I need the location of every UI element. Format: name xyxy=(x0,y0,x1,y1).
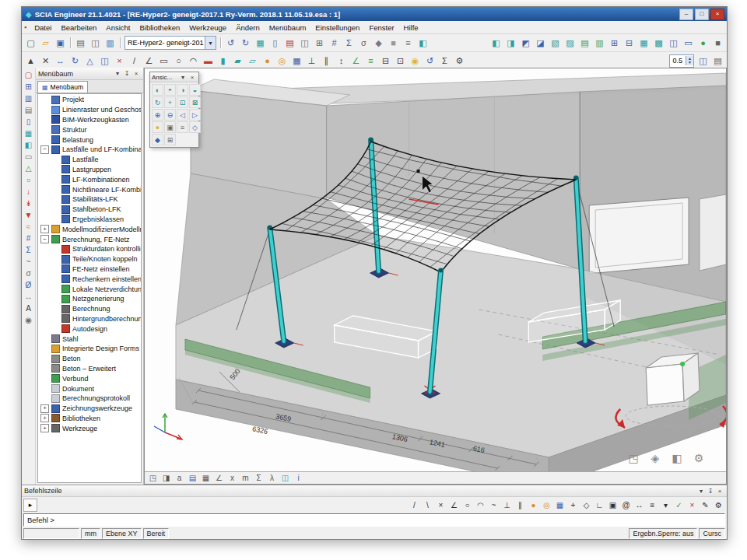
coords-toggle-icon[interactable]: ▣ xyxy=(606,499,619,512)
navigation-settings-icon[interactable]: ⚙ xyxy=(692,451,706,465)
render-mode-icon[interactable]: ◨ xyxy=(160,472,173,485)
absolute-relative-icon[interactable]: @ xyxy=(619,499,633,512)
tree-item[interactable]: ModellmodifiziererModellmodi xyxy=(38,224,141,234)
menu-item[interactable]: Einstellungen xyxy=(310,23,364,32)
tree-expander[interactable] xyxy=(40,235,49,243)
tree-expander[interactable] xyxy=(40,225,49,233)
menu-item[interactable]: Bibliotheken xyxy=(135,23,185,32)
snap-arc-icon[interactable]: ◠ xyxy=(474,499,487,512)
cancel-icon[interactable]: × xyxy=(686,499,699,512)
open-folder-icon[interactable]: ▱ xyxy=(38,36,53,50)
polar-tracking-icon[interactable]: ◇ xyxy=(580,499,593,512)
zoom-all-icon[interactable]: ⊠ xyxy=(189,96,201,108)
node-label-icon[interactable]: ▤ xyxy=(577,36,592,50)
engineering-desk-icon[interactable]: ◧ xyxy=(416,36,430,50)
tree-item[interactable]: Integrierte Design Forms xyxy=(38,344,141,354)
pin-icon[interactable]: ↧ xyxy=(122,69,132,78)
opening-icon[interactable]: ▭ xyxy=(23,151,34,163)
tree-item[interactable]: Dokument xyxy=(38,383,141,394)
snap-line-icon[interactable]: / xyxy=(408,499,421,512)
undo-icon[interactable]: ↺ xyxy=(223,36,238,50)
status-plane[interactable]: Ebene XY xyxy=(102,528,142,539)
cube-corner-handle[interactable] xyxy=(680,362,685,366)
column-icon[interactable]: ▯ xyxy=(23,116,34,128)
tree-item[interactable]: Stahl xyxy=(38,334,141,344)
tree-item[interactable]: Zeichnungswerkzeuge xyxy=(38,404,141,414)
tree-item[interactable]: Beton – Erweitert xyxy=(38,364,141,374)
steel-check-icon[interactable]: ◆ xyxy=(371,36,386,50)
angle-icon[interactable]: ∠ xyxy=(349,54,363,68)
lightbulb-icon[interactable]: ◉ xyxy=(408,54,423,68)
coords-icon[interactable]: x xyxy=(226,472,239,485)
zoom-window-icon[interactable]: ⊡ xyxy=(177,96,188,108)
deformation-icon[interactable]: ~ xyxy=(23,256,34,268)
dot-grid-icon[interactable]: ▦ xyxy=(289,54,304,68)
new-document-icon[interactable]: ▢ xyxy=(23,36,38,50)
tree-item[interactable]: Teile/Knoten koppeln xyxy=(38,254,141,264)
arc-tool-icon[interactable]: ◠ xyxy=(186,54,201,68)
beam-insert-icon[interactable]: ▬ xyxy=(201,54,216,68)
tree-item[interactable]: Lastfälle xyxy=(38,155,141,165)
menu-item[interactable]: Datei xyxy=(30,23,56,32)
tree-expander[interactable] xyxy=(40,414,49,422)
tree-item[interactable]: Linienraster und Geschosse xyxy=(38,105,141,115)
lambda-icon[interactable]: λ xyxy=(265,472,279,485)
dimension-input-icon[interactable]: ≡ xyxy=(646,499,659,512)
palette-menu-icon[interactable]: ▾ xyxy=(178,73,188,82)
snap-node-icon[interactable]: ● xyxy=(527,499,540,512)
close-icon[interactable]: × xyxy=(715,487,724,495)
engineering-report-icon[interactable]: ▤ xyxy=(282,36,297,50)
dimension-tool-icon[interactable]: ↔ xyxy=(23,291,34,303)
panel-menu-icon[interactable]: ▾ xyxy=(113,69,122,78)
tree-item[interactable]: Bibliotheken xyxy=(38,414,141,424)
rotate-entity-icon[interactable]: ↻ xyxy=(68,54,82,68)
tree-item[interactable]: Berechnung, FE-Netz xyxy=(38,234,141,244)
snap-backslash-icon[interactable]: \ xyxy=(421,499,434,512)
scale-spinner[interactable]: 0.5 ▲▼ xyxy=(669,54,694,68)
status-unit[interactable]: mm xyxy=(81,528,100,539)
project-combo[interactable]: RE-Hyper2- geneigt-201 ▼ xyxy=(124,36,216,50)
tree-item[interactable]: Berechnung xyxy=(38,304,141,314)
snap-perpendicular-icon[interactable]: ⊥ xyxy=(500,499,514,512)
camera-icon[interactable]: ◉ xyxy=(23,314,34,326)
tree-item[interactable]: Stahlbeton-LFK xyxy=(38,205,141,215)
close-icon[interactable]: × xyxy=(132,69,141,78)
circle-tool-icon[interactable]: ○ xyxy=(171,54,186,68)
shading-mode-icon[interactable]: ◧ xyxy=(670,451,684,465)
font-size-icon[interactable]: a xyxy=(173,472,186,485)
3d-scene[interactable]: 500 3659 6326 1306 1241 616 xyxy=(145,68,726,471)
menu-item[interactable]: Hilfe xyxy=(399,23,423,32)
opening-insert-icon[interactable]: ▱ xyxy=(245,54,260,68)
tree-item[interactable]: Struktur xyxy=(38,124,141,135)
window-opening[interactable] xyxy=(700,194,726,271)
grid-display-icon[interactable]: ▦ xyxy=(637,36,651,50)
view-parameters-icon[interactable]: ≡ xyxy=(177,121,188,133)
units-icon[interactable]: m xyxy=(239,472,252,485)
window-opening[interactable] xyxy=(589,198,689,274)
layer-display-icon[interactable]: ▤ xyxy=(186,472,199,485)
command-input[interactable]: Befehl > xyxy=(23,513,725,527)
text-label-icon[interactable]: A xyxy=(23,303,34,314)
temperature-load-icon[interactable]: ≈ xyxy=(23,221,34,233)
menu-item[interactable]: Bearbeiten xyxy=(56,23,101,32)
snap-angle-icon[interactable]: ∠ xyxy=(447,499,461,512)
accept-icon[interactable]: ✓ xyxy=(672,499,686,512)
beam-icon[interactable]: ▤ xyxy=(23,104,34,116)
results-icon[interactable]: σ xyxy=(356,36,371,50)
wireframe-view-icon[interactable]: ◧ xyxy=(489,36,503,50)
snap-midpoint-icon[interactable]: ◎ xyxy=(540,499,553,512)
tab-menubaum[interactable]: ▦ Menübaum xyxy=(37,81,88,93)
visibility-toggle-icon[interactable]: ● xyxy=(696,36,710,50)
measure-icon[interactable]: ↕ xyxy=(334,54,349,68)
snap-intersection-icon[interactable]: + xyxy=(566,499,580,512)
palette-close-icon[interactable]: × xyxy=(188,73,197,82)
status-result-lock[interactable]: Ergebn.Sperre: aus xyxy=(629,528,697,539)
tree-item[interactable]: Berechnungsprotokoll xyxy=(38,394,141,404)
solid-view-icon[interactable]: ◪ xyxy=(533,36,548,50)
sum-display-icon[interactable]: Σ xyxy=(252,472,265,485)
redo-icon[interactable]: ↻ xyxy=(238,36,253,50)
parallel-icon[interactable]: ∥ xyxy=(319,54,334,68)
point-load-icon[interactable]: ↓ xyxy=(23,186,34,198)
document-icon[interactable]: ▯ xyxy=(268,36,282,50)
tree-item[interactable]: Stabilitäts-LFK xyxy=(38,194,141,205)
